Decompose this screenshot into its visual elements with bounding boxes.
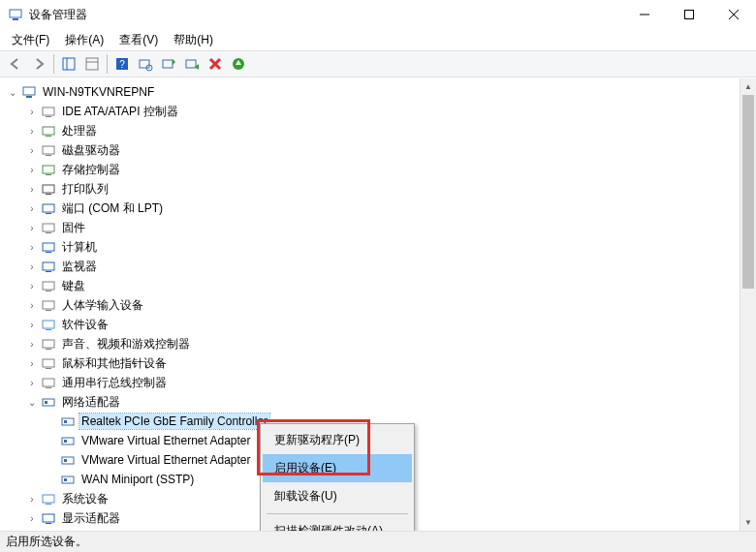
context-separator xyxy=(267,513,408,514)
context-scan-hardware[interactable]: 扫描检测硬件改动(A) xyxy=(263,517,412,531)
help-button[interactable]: ? xyxy=(110,53,134,75)
properties-button[interactable] xyxy=(80,53,104,75)
tree-root[interactable]: ⌄ WIN-N9TKVNREPNF xyxy=(6,82,756,102)
svg-rect-30 xyxy=(46,194,51,195)
chevron-right-icon[interactable]: › xyxy=(25,242,39,253)
device-icon xyxy=(60,452,76,468)
device-icon xyxy=(41,297,56,313)
svg-rect-19 xyxy=(23,87,35,95)
device-icon xyxy=(41,355,56,371)
svg-rect-42 xyxy=(46,310,51,311)
context-uninstall-device[interactable]: 卸载设备(U) xyxy=(263,482,412,510)
chevron-right-icon[interactable]: › xyxy=(25,261,39,272)
device-icon xyxy=(41,239,56,255)
device-icon xyxy=(41,336,56,352)
tree-item-cat-7[interactable]: ›计算机 xyxy=(25,237,756,257)
tree-item-cat-2[interactable]: ›磁盘驱动器 xyxy=(25,140,756,160)
toolbar: ? xyxy=(0,50,756,77)
vertical-scrollbar[interactable]: ▲ ▼ xyxy=(740,78,756,531)
scrollbar-thumb[interactable] xyxy=(742,95,754,289)
svg-rect-50 xyxy=(46,387,51,388)
svg-rect-53 xyxy=(62,418,74,425)
tree-item-cat-9[interactable]: ›键盘 xyxy=(25,276,756,295)
svg-rect-35 xyxy=(43,243,54,251)
back-button[interactable] xyxy=(4,53,27,75)
show-hide-tree-button[interactable] xyxy=(57,53,80,75)
chevron-right-icon[interactable]: › xyxy=(25,300,39,311)
tree-item-cat-6[interactable]: ›固件 xyxy=(25,218,756,237)
close-button[interactable] xyxy=(711,0,756,29)
svg-rect-3 xyxy=(685,11,694,19)
tree-item-cat-14[interactable]: ›通用串行总线控制器 xyxy=(25,373,756,392)
root-label: WIN-N9TKVNREPNF xyxy=(41,84,156,100)
uninstall-device-button[interactable] xyxy=(204,53,227,75)
chevron-right-icon[interactable]: › xyxy=(25,494,39,505)
scroll-down-arrow-icon[interactable]: ▼ xyxy=(740,514,756,531)
svg-rect-14 xyxy=(163,60,173,68)
tree-item-cat-0[interactable]: ›IDE ATA/ATAPI 控制器 xyxy=(25,102,756,121)
tree-item-cat-10[interactable]: ›人体学输入设备 xyxy=(25,295,756,315)
svg-rect-64 xyxy=(46,523,51,524)
svg-rect-59 xyxy=(62,476,74,483)
tree-item-label: 存储控制器 xyxy=(60,161,122,179)
minimize-button[interactable] xyxy=(622,0,667,29)
device-icon xyxy=(41,491,56,506)
svg-rect-1 xyxy=(13,18,18,20)
tree-item-label: 声音、视频和游戏控制器 xyxy=(60,335,192,353)
chevron-right-icon[interactable]: › xyxy=(25,165,39,175)
svg-rect-61 xyxy=(43,495,54,503)
chevron-down-icon[interactable]: ⌄ xyxy=(25,397,39,408)
chevron-right-icon[interactable]: › xyxy=(25,358,39,369)
context-update-driver[interactable]: 更新驱动程序(P) xyxy=(263,426,412,454)
svg-rect-49 xyxy=(43,379,54,386)
chevron-right-icon[interactable]: › xyxy=(25,378,39,388)
add-legacy-hardware-button[interactable] xyxy=(227,53,250,75)
tree-item-network[interactable]: ⌄网络适配器 xyxy=(25,392,756,412)
scan-hardware-button[interactable] xyxy=(134,53,157,75)
tree-item-label: 计算机 xyxy=(60,238,99,257)
svg-rect-45 xyxy=(43,340,54,348)
svg-rect-33 xyxy=(43,224,54,231)
tree-item-cat-1[interactable]: ›处理器 xyxy=(25,121,756,140)
maximize-button[interactable] xyxy=(667,0,711,29)
svg-rect-39 xyxy=(43,282,54,290)
chevron-right-icon[interactable]: › xyxy=(25,339,39,350)
device-icon xyxy=(41,317,56,332)
svg-rect-27 xyxy=(43,166,54,173)
chevron-right-icon[interactable]: › xyxy=(25,184,39,195)
tree-item-label: IDE ATA/ATAPI 控制器 xyxy=(60,103,180,121)
tree-item-cat-11[interactable]: ›软件设备 xyxy=(25,315,756,334)
chevron-right-icon[interactable]: › xyxy=(25,126,39,137)
menu-view[interactable]: 查看(V) xyxy=(111,30,166,50)
context-enable-device[interactable]: 启用设备(E) xyxy=(263,454,412,482)
chevron-down-icon[interactable]: ⌄ xyxy=(6,87,19,98)
chevron-right-icon[interactable]: › xyxy=(25,145,39,156)
tree-item-cat-13[interactable]: ›鼠标和其他指针设备 xyxy=(25,353,756,373)
tree-item-cat-5[interactable]: ›端口 (COM 和 LPT) xyxy=(25,199,756,218)
svg-rect-8 xyxy=(86,58,98,70)
svg-rect-38 xyxy=(46,271,51,272)
chevron-right-icon[interactable]: › xyxy=(25,320,39,330)
chevron-right-icon[interactable]: › xyxy=(25,513,39,524)
svg-rect-44 xyxy=(46,329,51,330)
scroll-up-arrow-icon[interactable]: ▲ xyxy=(740,78,756,95)
title-bar: 设备管理器 xyxy=(0,0,756,29)
chevron-right-icon[interactable]: › xyxy=(25,203,39,214)
forward-button[interactable] xyxy=(27,53,50,75)
chevron-right-icon[interactable]: › xyxy=(25,107,39,117)
menu-action[interactable]: 操作(A) xyxy=(57,30,111,50)
tree-item-cat-12[interactable]: ›声音、视频和游戏控制器 xyxy=(25,334,756,353)
menu-help[interactable]: 帮助(H) xyxy=(166,30,221,50)
menu-file[interactable]: 文件(F) xyxy=(4,30,57,50)
tree-item-cat-3[interactable]: ›存储控制器 xyxy=(25,160,756,179)
chevron-right-icon[interactable]: › xyxy=(25,281,39,291)
tree-item-cat-4[interactable]: ›打印队列 xyxy=(25,179,756,199)
device-icon xyxy=(41,220,56,235)
svg-rect-20 xyxy=(26,96,32,98)
enable-device-button[interactable] xyxy=(180,53,204,75)
tree-item-label: VMware Virtual Ethernet Adapter xyxy=(79,452,253,468)
tree-item-cat-8[interactable]: ›监视器 xyxy=(25,257,756,276)
chevron-right-icon[interactable]: › xyxy=(25,223,39,233)
svg-rect-31 xyxy=(43,204,54,212)
update-driver-button[interactable] xyxy=(157,53,180,75)
